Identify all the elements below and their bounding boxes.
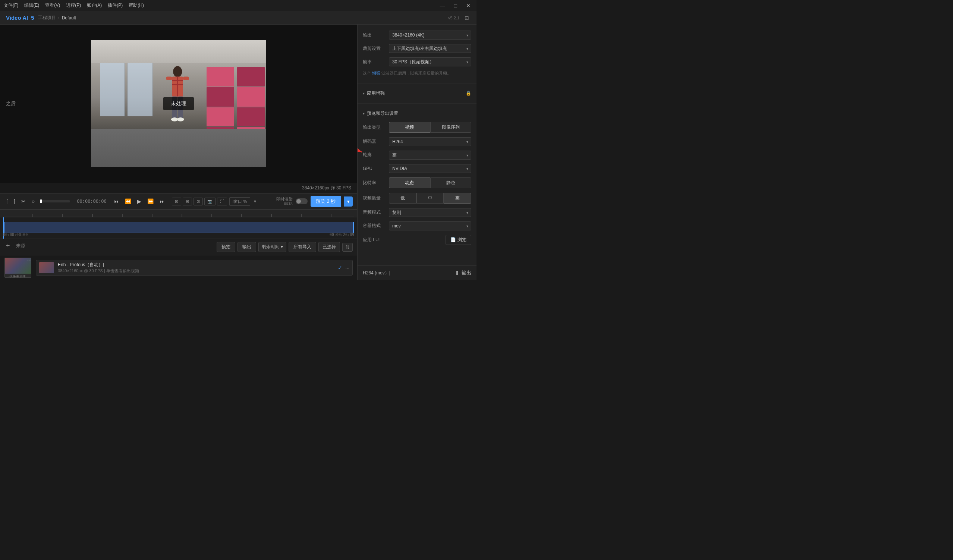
preview-button[interactable]: 预览 (217, 242, 235, 252)
set-out-btn[interactable]: ] (12, 197, 17, 206)
container-label: 容器格式 (363, 223, 385, 229)
remaining-time-select[interactable]: 剩余时间 ▾ (258, 242, 286, 252)
decoder-select-wrapper: H264 (389, 137, 471, 146)
locker-cell (206, 67, 234, 87)
arrow-annotation (357, 145, 363, 160)
fps-select[interactable]: 30 FPS（原始视频） (389, 57, 471, 67)
transport-bar: [ ] ✂ ○ 00:00:00:00 ⏮ ⏪ ▶ ⏩ ⏭ ⊡ ⊟ ⊠ 📷 ⛶ … (0, 193, 357, 209)
selected-button[interactable]: 已选择 (318, 242, 340, 252)
export-upload-icon: ⬆ (455, 270, 459, 276)
set-in-btn[interactable]: [ (5, 197, 10, 206)
skip-fwd-btn[interactable]: ⏭ (158, 197, 167, 206)
video-scene: 未处理 (91, 40, 266, 167)
step-fwd-btn[interactable]: ⏩ (146, 197, 155, 206)
export-button[interactable]: ⬆ 输出 (455, 270, 471, 276)
boost-note: 这个 增强 滤波器已启用，以实现高质量的升频。 (363, 68, 471, 79)
file-thumb-image (5, 258, 31, 274)
decoder-select[interactable]: H264 (389, 137, 471, 146)
profile-select[interactable]: 高 (389, 150, 471, 160)
menu-account[interactable]: 账户(A) (87, 2, 102, 9)
trim-btn[interactable]: ✂ (19, 197, 28, 206)
breadcrumb-root[interactable]: 工程项目 (38, 14, 56, 21)
source-panel: + 来源 预览 输出 剩余时间 ▾ 所有导入 已选择 ⇅ (0, 239, 357, 255)
live-render-label: 即时渲染 BETA (276, 197, 293, 206)
maximize-button[interactable]: □ (452, 2, 459, 9)
output-select[interactable]: 3840×2160 (4K) (389, 31, 471, 40)
view-side-btn[interactable]: ⊠ (194, 198, 203, 205)
output-type-row: 输出类型 视频 图像序列 (363, 120, 471, 135)
window-controls: — □ ✕ (438, 2, 473, 9)
locker-cell (206, 107, 234, 127)
output-type-label: 输出类型 (363, 124, 385, 130)
preview-export-label: 预览和导出设置 (367, 110, 398, 117)
render-arrow-button[interactable]: ▾ (344, 197, 353, 206)
apply-enhance-section: ▾ 应用增强 🔒 (357, 84, 476, 104)
ruler-ticks (0, 210, 357, 217)
file-entry-actions: ✓ ··· (338, 265, 349, 271)
bitrate-dynamic-btn[interactable]: 动态 (389, 177, 430, 188)
window-percent-btn[interactable]: r窗口 % (229, 197, 251, 206)
import-all-button[interactable]: 所有导入 (289, 242, 316, 252)
marker-btn[interactable]: ○ (30, 197, 37, 206)
menu-plugin[interactable]: 插件(P) (108, 2, 123, 9)
quality-low-btn[interactable]: 低 (389, 193, 416, 203)
app-logo: Video AI 5 (6, 14, 34, 21)
timeline-track[interactable]: 00:00:00:00 00:00:26:09 (0, 217, 357, 239)
video-resolution-fps: 3840×2160px @ 30 FPS (302, 185, 351, 191)
gpu-select[interactable]: NVIDIA (389, 164, 471, 173)
menu-file[interactable]: 文件(F) (4, 2, 18, 9)
output-label: 输出 (363, 32, 385, 39)
quality-mid-btn[interactable]: 中 (416, 193, 444, 203)
play-btn[interactable]: ▶ (135, 197, 143, 206)
preview-export-title: ▾ 预览和导出设置 (363, 110, 398, 117)
locker-cell (237, 87, 265, 107)
file-thumb-more-btn[interactable]: ··· (28, 258, 31, 262)
live-render-toggle[interactable] (296, 199, 307, 204)
crop-label: 裁剪设置 (363, 45, 385, 52)
render-button[interactable]: 渲染 2 秒 (310, 196, 341, 207)
close-button[interactable]: ✕ (464, 2, 473, 9)
output-type-image-btn[interactable]: 图像序列 (430, 122, 472, 133)
menu-process[interactable]: 进程(P) (66, 2, 81, 9)
after-label: 之后 (6, 100, 16, 107)
window-arrow-btn[interactable]: ▾ (252, 198, 258, 205)
minimize-button[interactable]: — (438, 2, 447, 9)
lut-browse-label: 浏览 (458, 237, 466, 243)
menu-view[interactable]: 查看(V) (45, 2, 60, 9)
output-button[interactable]: 输出 (237, 242, 256, 252)
file-entry-more-btn[interactable]: ··· (345, 265, 349, 271)
audio-select-wrapper: 复制 (389, 208, 471, 217)
clip-out-handle[interactable] (353, 222, 354, 233)
timeline-clip[interactable] (3, 222, 354, 233)
export-panel-button[interactable]: ⊡ (463, 14, 470, 22)
view-fit-btn[interactable]: ⊡ (172, 198, 181, 205)
file-entry: Enh - Proteus（自动）| 3840×2160px @ 30 FPS … (36, 260, 353, 276)
output-type-video-btn[interactable]: 视频 (389, 122, 430, 133)
step-back-btn[interactable]: ⏪ (123, 197, 133, 206)
view-split-btn[interactable]: ⊟ (183, 198, 192, 205)
menu-help[interactable]: 帮助(H) (129, 2, 144, 9)
timeline-start-time: 00:00:00:00 (3, 233, 28, 237)
svg-point-8 (177, 118, 184, 121)
crop-select[interactable]: 上下黑边填充/左右黑边填充 (389, 44, 471, 53)
add-source-button[interactable]: + (5, 242, 12, 250)
menu-edit[interactable]: 编辑(E) (24, 2, 39, 9)
apply-enhance-title: ▾ 应用增强 (363, 90, 385, 96)
container-select[interactable]: mov (389, 222, 471, 230)
app-version-text: v5.2.1 (448, 16, 459, 20)
preview-export-header[interactable]: ▾ 预览和导出设置 (363, 107, 471, 120)
gpu-label: GPU (363, 166, 385, 171)
bitrate-label: 比特率 (363, 180, 385, 186)
apply-enhance-header[interactable]: ▾ 应用增强 🔒 (363, 87, 471, 99)
skip-back-btn[interactable]: ⏮ (112, 197, 121, 206)
app-name: Video AI (6, 14, 28, 21)
quality-high-btn[interactable]: 高 (444, 193, 471, 203)
view-cam-btn[interactable]: 📷 (204, 198, 216, 205)
header: Video AI 5 工程项目 › Default v5.2.1 ⊡ (0, 11, 476, 25)
view-full-btn[interactable]: ⛶ (217, 198, 227, 205)
audio-select[interactable]: 复制 (389, 208, 471, 217)
sort-button[interactable]: ⇅ (342, 243, 353, 252)
lut-browse-button[interactable]: 📄 浏览 (445, 235, 471, 245)
bitrate-static-btn[interactable]: 静态 (430, 177, 472, 188)
fps-row: 帧率 30 FPS（原始视频） (363, 55, 471, 68)
